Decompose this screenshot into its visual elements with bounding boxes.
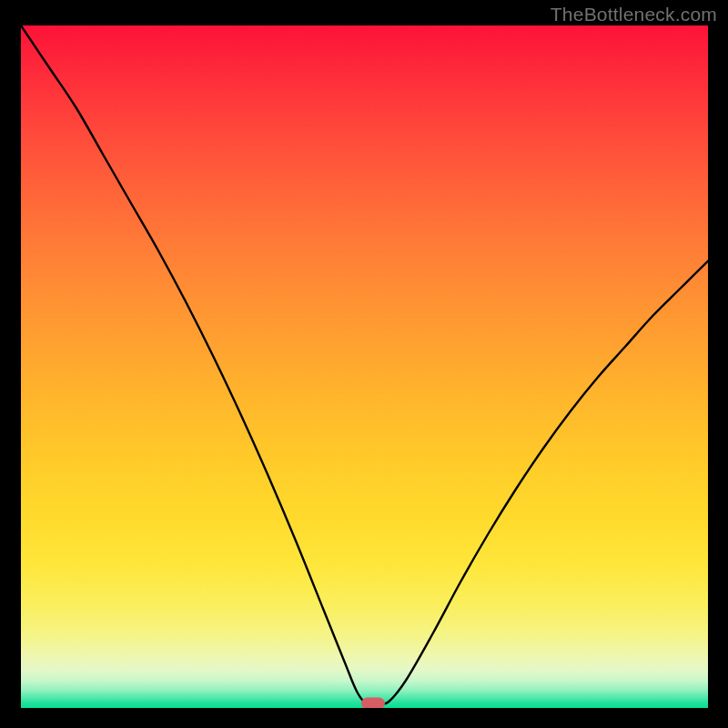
- plot-area: [21, 25, 708, 708]
- watermark-text: TheBottleneck.com: [551, 4, 717, 25]
- optimal-marker: [361, 697, 385, 708]
- bottleneck-curve: [21, 25, 708, 708]
- chart-frame: TheBottleneck.com: [0, 0, 728, 728]
